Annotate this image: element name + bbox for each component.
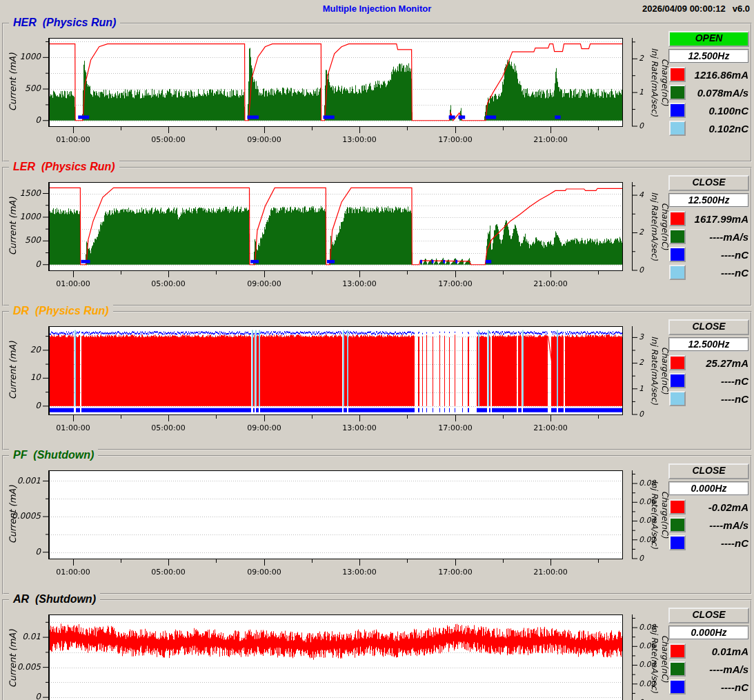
legend-value: ----nC — [686, 537, 749, 549]
legend-swatch — [669, 643, 686, 659]
legend-value: -0.02mA — [686, 501, 749, 513]
legend-swatch — [669, 247, 686, 262]
legend-row: ----mA/s — [668, 516, 749, 534]
ring-panel: HER (Physics Run) OPEN 12.500Hz 1216.86m… — [2, 23, 752, 162]
legend-value: ----mA/s — [686, 231, 749, 243]
injection-rate-display: 12.500Hz — [668, 49, 749, 63]
legend-row: ----nC — [668, 246, 749, 263]
legend-value: 0.01mA — [686, 646, 749, 657]
legend-value: ----mA/s — [686, 663, 749, 675]
legend-row: 0.078mA/s — [668, 83, 749, 101]
header-datetime: 2026/04/09 00:00:12v6.0 — [635, 3, 750, 14]
injection-rate-display: 12.500Hz — [668, 337, 749, 352]
legend-swatch — [669, 679, 686, 694]
panel-title: HER (Physics Run) — [9, 17, 120, 29]
legend-swatch — [669, 211, 686, 226]
legend-swatch — [669, 229, 686, 244]
trend-plot-canvas — [3, 178, 669, 294]
legend-swatch — [669, 67, 686, 82]
datetime-text: 2026/04/09 00:00:12 — [642, 3, 726, 14]
legend-swatch — [669, 517, 686, 532]
legend-value: 0.100nC — [686, 105, 749, 117]
legend-value: ----nC — [686, 393, 749, 405]
legend-swatch — [669, 499, 686, 514]
ring-panel: PF (Shutdown) CLOSE 0.000Hz -0.02mA ----… — [2, 455, 752, 594]
injection-info-panel: OPEN 12.500Hz 1216.86mA 0.078mA/s 0.100n… — [668, 31, 749, 137]
legend-row: ----nC — [668, 263, 749, 281]
legend-swatch — [669, 391, 686, 406]
legend-value: 1216.86mA — [686, 69, 749, 81]
shutter-state-button[interactable]: OPEN — [668, 31, 749, 47]
panel-stack: HER (Physics Run) OPEN 12.500Hz 1216.86m… — [0, 23, 754, 700]
legend: 1617.99mA ----mA/s ----nC ----nC — [668, 210, 749, 281]
trend-plot-canvas — [3, 34, 669, 150]
panel-title: LER (Physics Run) — [9, 161, 119, 173]
header: Multiple Injection Monitor 2026/04/09 00… — [0, 0, 754, 18]
legend-swatch — [669, 85, 686, 100]
legend-row: -0.02mA — [668, 498, 749, 516]
version-text: v6.0 — [733, 3, 750, 14]
legend-value: 0.102nC — [686, 123, 749, 134]
legend-swatch — [669, 535, 686, 550]
legend-swatch — [669, 121, 686, 136]
legend: 25.27mA ----nC ----nC — [668, 354, 749, 408]
legend-row: ----nC — [668, 678, 749, 696]
legend-row: ----nC — [668, 534, 749, 552]
legend-value: ----nC — [686, 267, 749, 279]
legend-value: 1617.99mA — [686, 213, 749, 225]
trend-plot-canvas — [3, 610, 669, 700]
legend-swatch — [669, 103, 686, 118]
trend-plot-canvas — [3, 322, 669, 438]
legend-row: ----mA/s — [668, 660, 749, 678]
legend-row: ----mA/s — [668, 228, 749, 246]
injection-rate-display: 0.000Hz — [668, 626, 749, 640]
legend: 0.01mA ----mA/s ----nC — [668, 642, 749, 696]
legend-row: ----nC — [668, 372, 749, 390]
ring-panel: DR (Physics Run) CLOSE 12.500Hz 25.27mA … — [2, 311, 752, 450]
legend: 1216.86mA 0.078mA/s 0.100nC 0.102nC — [668, 66, 749, 137]
injection-rate-display: 0.000Hz — [668, 481, 749, 496]
panel-title: DR (Physics Run) — [9, 305, 113, 317]
injection-info-panel: CLOSE 0.000Hz 0.01mA ----mA/s ----nC — [668, 608, 749, 696]
legend-swatch — [669, 265, 686, 280]
injection-rate-display: 12.500Hz — [668, 193, 749, 208]
legend-value: 0.078mA/s — [686, 87, 749, 99]
panel-title: PF (Shutdown) — [9, 449, 98, 461]
legend-row: 0.100nC — [668, 101, 749, 119]
legend-value: 25.27mA — [686, 357, 749, 369]
ring-panel: AR (Shutdown) CLOSE 0.000Hz 0.01mA ----m… — [2, 599, 752, 700]
legend-swatch — [669, 355, 686, 370]
legend-value: ----nC — [686, 681, 749, 693]
shutter-state-button[interactable]: CLOSE — [668, 319, 749, 335]
legend-swatch — [669, 661, 686, 677]
legend-row: 25.27mA — [668, 354, 749, 372]
legend-row: ----nC — [668, 390, 749, 408]
shutter-state-button[interactable]: CLOSE — [668, 463, 749, 479]
shutter-state-button[interactable]: CLOSE — [668, 608, 749, 623]
legend-value: ----nC — [686, 375, 749, 387]
legend: -0.02mA ----mA/s ----nC — [668, 498, 749, 552]
panel-title: AR (Shutdown) — [9, 593, 100, 606]
legend-value: ----mA/s — [686, 519, 749, 531]
ring-panel: LER (Physics Run) CLOSE 12.500Hz 1617.99… — [2, 167, 752, 306]
injection-info-panel: CLOSE 12.500Hz 1617.99mA ----mA/s ----nC… — [668, 175, 749, 281]
legend-swatch — [669, 373, 686, 388]
shutter-state-button[interactable]: CLOSE — [668, 175, 749, 191]
injection-info-panel: CLOSE 0.000Hz -0.02mA ----mA/s ----nC — [668, 463, 749, 552]
trend-plot-canvas — [3, 466, 669, 582]
legend-row: 1617.99mA — [668, 210, 749, 228]
injection-info-panel: CLOSE 12.500Hz 25.27mA ----nC ----nC — [668, 319, 749, 408]
legend-row: 0.01mA — [668, 642, 749, 660]
legend-row: 1216.86mA — [668, 66, 749, 83]
legend-row: 0.102nC — [668, 119, 749, 137]
legend-value: ----nC — [686, 249, 749, 261]
